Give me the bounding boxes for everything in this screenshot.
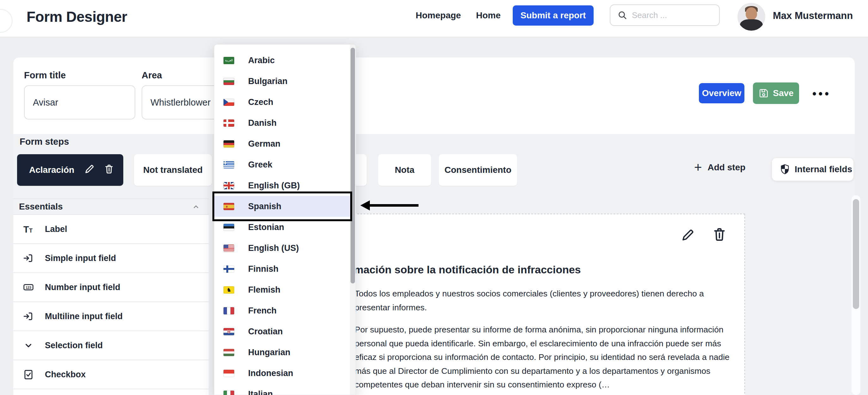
user-name[interactable]: Max Mustermann xyxy=(773,10,853,22)
sidebar-section-essentials[interactable]: Essentials xyxy=(13,198,209,215)
sidebar-item-simple-input-field[interactable]: Simple input field xyxy=(13,244,209,273)
edit-content-icon[interactable] xyxy=(680,228,695,243)
search-box[interactable] xyxy=(610,4,720,26)
language-option-greek[interactable]: Greek xyxy=(214,154,350,175)
dropdown-scrollbar-thumb[interactable] xyxy=(350,48,355,284)
de-flag-icon xyxy=(223,140,234,147)
avatar-shirt xyxy=(740,19,763,31)
avatar-face xyxy=(746,7,757,20)
language-option-label: Finnish xyxy=(248,264,278,274)
submit-report-button[interactable]: Submit a report xyxy=(513,5,594,26)
avatar[interactable] xyxy=(738,3,765,31)
sidebar-item-label: Number input field xyxy=(45,283,120,292)
cz-flag-icon xyxy=(223,99,234,106)
nav-link-home[interactable]: Home xyxy=(476,10,501,21)
search-input[interactable] xyxy=(632,10,711,20)
shield-icon xyxy=(780,164,789,175)
save-button[interactable]: Save xyxy=(753,83,799,104)
language-option-bulgarian[interactable]: Bulgarian xyxy=(214,71,350,92)
language-option-englishus[interactable]: English (US) xyxy=(214,238,350,259)
language-option-label: German xyxy=(248,139,280,149)
gb-flag-icon xyxy=(223,182,234,189)
language-option-label: Indonesian xyxy=(248,368,293,378)
form-steps-label: Form steps xyxy=(20,136,69,147)
svg-text:T: T xyxy=(29,228,33,234)
multiline-input-icon xyxy=(23,310,34,322)
more-options-button[interactable]: ••• xyxy=(812,87,831,100)
internal-fields-button[interactable]: Internal fields xyxy=(772,158,854,181)
ee-flag-icon xyxy=(223,224,234,231)
vls-flag-icon: ♞ xyxy=(223,286,234,294)
sidebar-item-label: Checkbox xyxy=(45,370,86,380)
language-option-italian[interactable]: Italian xyxy=(214,384,350,395)
sidebar-item-label[interactable]: TTLabel xyxy=(13,215,209,244)
language-option-czech[interactable]: Czech xyxy=(214,92,350,112)
sa-flag-icon: العربية xyxy=(223,57,234,64)
language-option-croatian[interactable]: Croatian xyxy=(214,321,350,342)
bg-flag-icon xyxy=(223,78,234,85)
plus-icon: + xyxy=(694,161,702,174)
language-option-indonesian[interactable]: Indonesian xyxy=(214,363,350,384)
form-step-label: Consentimiento xyxy=(444,165,512,175)
language-dropdown-items: العربيةArabicBulgarianCzechDanishGermanG… xyxy=(214,50,355,395)
essentials-label: Essentials xyxy=(19,202,63,212)
add-step-button[interactable]: + Add step xyxy=(694,161,745,174)
dropdown-scrollbar-track[interactable] xyxy=(350,44,355,395)
language-option-label: Estonian xyxy=(248,223,284,232)
save-button-label: Save xyxy=(773,88,794,98)
edit-step-icon[interactable] xyxy=(84,163,95,177)
form-step-4[interactable]: Consentimiento xyxy=(439,154,517,186)
sidebar-item-label: Simple input field xyxy=(45,254,116,263)
form-step-3[interactable]: Nota xyxy=(378,154,431,186)
language-option-label: Danish xyxy=(248,118,277,128)
form-title-label: Form title xyxy=(24,70,66,80)
sidebar-item-selection-field[interactable]: Selection field xyxy=(13,331,209,360)
language-option-german[interactable]: German xyxy=(214,133,350,154)
language-option-flemish[interactable]: ♞Flemish xyxy=(214,279,350,300)
language-option-hungarian[interactable]: Hungarian xyxy=(214,342,350,363)
sidebar-item-label: Label xyxy=(45,224,67,234)
form-step-2[interactable]: Not translated xyxy=(134,154,212,186)
sidebar-item-checkbox[interactable]: Checkbox xyxy=(13,360,209,389)
text-format-icon: TT xyxy=(23,223,34,235)
content-scrollbar-track[interactable] xyxy=(851,195,860,395)
number-input-icon: 123 xyxy=(23,282,34,293)
nav-link-homepage[interactable]: Homepage xyxy=(416,10,461,21)
es-flag-icon xyxy=(223,203,234,210)
form-step-label: Not translated xyxy=(143,165,203,175)
form-step-1[interactable]: Aclaración xyxy=(17,154,123,186)
content-scrollbar-thumb[interactable] xyxy=(853,199,859,309)
language-option-label: English (US) xyxy=(248,243,299,253)
language-option-label: Czech xyxy=(248,97,273,107)
search-icon xyxy=(617,10,627,20)
form-step-label: Aclaración xyxy=(29,165,74,175)
language-option-spanish[interactable]: Spanish xyxy=(214,196,350,217)
language-option-label: Hungarian xyxy=(248,348,290,357)
id-flag-icon xyxy=(223,370,234,377)
form-title-input[interactable] xyxy=(24,85,135,120)
page-title: Form Designer xyxy=(27,8,127,25)
language-option-estonian[interactable]: Estonian xyxy=(214,217,350,238)
input-icon xyxy=(23,253,34,264)
step-content-heading: Información sobre la notificación de inf… xyxy=(330,264,581,276)
gr-flag-icon xyxy=(223,161,234,168)
sidebar-item-multiline-input-field[interactable]: Multiline input field xyxy=(13,302,209,331)
language-option-danish[interactable]: Danish xyxy=(214,112,350,133)
language-option-englishgb[interactable]: English (GB) xyxy=(214,175,350,196)
language-option-arabic[interactable]: العربيةArabic xyxy=(214,50,350,71)
language-option-french[interactable]: French xyxy=(214,300,350,321)
delete-step-icon[interactable] xyxy=(103,163,115,177)
step-partially-hidden[interactable] xyxy=(355,154,367,186)
delete-content-icon[interactable] xyxy=(711,226,727,243)
checkbox-icon xyxy=(23,369,34,380)
overview-button[interactable]: Overview xyxy=(699,83,744,103)
language-option-finnish[interactable]: Finnish xyxy=(214,259,350,279)
hr-flag-icon xyxy=(223,328,234,335)
fr-flag-icon xyxy=(223,307,234,315)
hu-flag-icon xyxy=(223,349,234,356)
language-dropdown: العربيةArabicBulgarianCzechDanishGermanG… xyxy=(214,44,356,395)
sidebar-item-label: Selection field xyxy=(45,341,103,351)
form-step-label: Nota xyxy=(395,165,414,175)
svg-text:T: T xyxy=(23,224,29,234)
sidebar-item-number-input-field[interactable]: 123Number input field xyxy=(13,273,209,302)
